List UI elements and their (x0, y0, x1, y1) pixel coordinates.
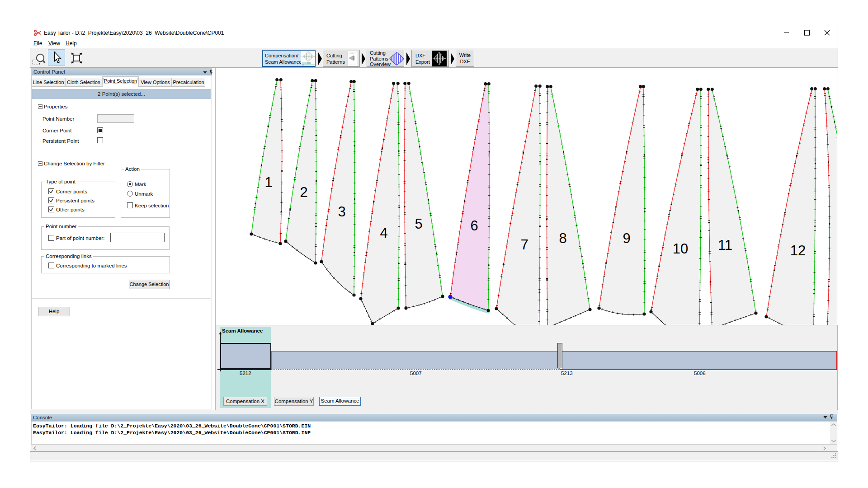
svg-text:11: 11 (718, 237, 732, 253)
svg-text:5: 5 (415, 216, 422, 232)
svg-text:12: 12 (790, 243, 806, 258)
svg-text:8: 8 (559, 230, 566, 246)
svg-text:4: 4 (380, 225, 387, 241)
svg-text:2: 2 (300, 184, 307, 200)
svg-text:3: 3 (338, 204, 345, 220)
svg-text:9: 9 (623, 230, 630, 246)
svg-text:10: 10 (673, 241, 688, 257)
svg-text:7: 7 (520, 237, 528, 253)
svg-text:6: 6 (470, 218, 478, 234)
svg-text:1: 1 (264, 174, 272, 190)
